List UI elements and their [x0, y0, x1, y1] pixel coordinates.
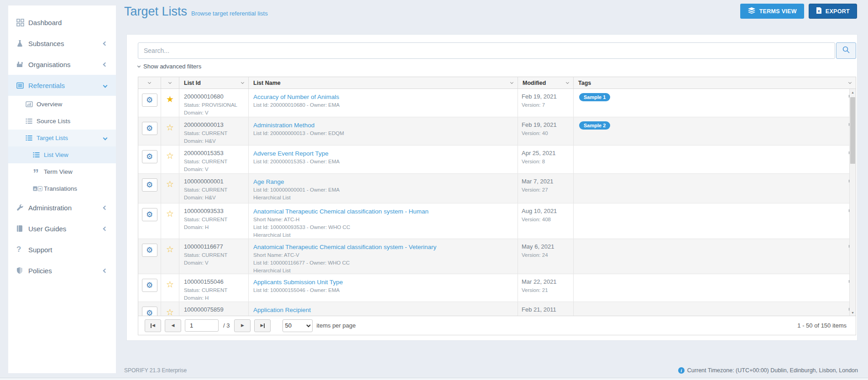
sidebar-item-support[interactable]: ?Support — [8, 239, 116, 260]
list-name-link[interactable]: Application Recipient — [253, 306, 311, 314]
row-settings-button[interactable]: ⚙ — [142, 208, 157, 221]
favorite-cell: ★ — [161, 89, 179, 117]
favorite-star-filled-icon[interactable]: ★ — [166, 95, 174, 104]
favorite-star-outline-icon[interactable]: ☆ — [166, 180, 174, 188]
gear-icon: ⚙ — [146, 125, 153, 132]
list-name-link[interactable]: Administration Method — [253, 121, 314, 129]
items-range-label: 1 - 50 of 150 items — [797, 322, 847, 329]
modified-date: May 6, 2021 — [522, 243, 573, 251]
scroll-down-button[interactable]: ▼ — [850, 309, 856, 316]
list-id-value: 100000116677 — [184, 243, 248, 251]
first-page-button[interactable]: ◀ — [145, 319, 161, 332]
excel-file-icon: x — [816, 7, 822, 16]
sidebar-item-translations[interactable]: A★Translations — [8, 180, 116, 197]
sidebar-item-user-guides[interactable]: User Guides — [8, 218, 116, 239]
list-id-cell: 100000093533Status: CURRENTDomain: H — [179, 203, 249, 239]
sidebar-item-term-view[interactable]: ”Term View — [8, 163, 116, 180]
sidebar-item-target-lists[interactable]: Target Lists — [8, 130, 116, 146]
list-name-link[interactable]: Anatomical Therapeutic Chemical classifi… — [253, 243, 436, 251]
sidebar-item-label: User Guides — [28, 225, 66, 233]
next-page-button[interactable]: ▶ — [234, 319, 251, 332]
sidebar-item-label: Administration — [28, 204, 72, 212]
column-header-label: List Name — [253, 80, 281, 86]
favorite-star-outline-icon[interactable]: ☆ — [166, 123, 174, 132]
list-id-cell: 100000116677Status: CURRENTDomain: V — [179, 239, 249, 274]
row-settings-button[interactable]: ⚙ — [142, 94, 157, 107]
svg-text:A: A — [34, 187, 37, 191]
sidebar-item-referentials[interactable]: Referentials — [8, 75, 116, 96]
referentials-icon — [16, 82, 28, 89]
row-actions-cell: ⚙ — [138, 239, 161, 274]
sidebar-item-substances[interactable]: Substances — [8, 33, 116, 54]
list-name-link[interactable]: Accuracy of Number of Animals — [253, 93, 339, 101]
layers-icon — [748, 7, 756, 16]
search-button[interactable] — [836, 42, 856, 59]
row-settings-button[interactable]: ⚙ — [142, 244, 157, 257]
page-number-input[interactable] — [185, 319, 219, 332]
show-advanced-filters-toggle[interactable]: Show advanced filters — [138, 63, 201, 70]
favorite-star-outline-icon[interactable]: ☆ — [166, 245, 174, 254]
list-id-value: 100000093533 — [184, 207, 248, 215]
row-settings-button[interactable]: ⚙ — [142, 307, 157, 316]
sidebar-item-dashboard[interactable]: Dashboard — [8, 12, 116, 33]
previous-page-button[interactable]: ◀ — [165, 319, 181, 332]
favorite-star-outline-icon[interactable]: ☆ — [166, 151, 174, 160]
gear-icon: ⚙ — [146, 153, 153, 161]
sidebar-item-overview[interactable]: Overview — [8, 96, 116, 113]
favorite-star-outline-icon[interactable]: ☆ — [166, 280, 174, 289]
search-input[interactable] — [138, 42, 835, 59]
column-header-tags[interactable]: Tags — [574, 77, 856, 88]
column-header-modified[interactable]: Modified — [518, 77, 574, 88]
list-name-subline: Hierarchical List — [253, 232, 518, 239]
version-label: Version: 27 — [522, 187, 573, 193]
first-page-icon: ◀ — [152, 323, 155, 328]
scrollbar-thumb[interactable] — [850, 97, 855, 164]
wrench-icon — [16, 204, 28, 211]
terms-view-button[interactable]: TERMS VIEW — [740, 4, 804, 19]
row-settings-button[interactable]: ⚙ — [142, 279, 157, 292]
list-id-subline: Status: CURRENT — [184, 315, 248, 316]
favorite-star-outline-icon[interactable]: ☆ — [166, 209, 174, 218]
table-row: ⚙☆100000000001Status: CURRENTDomain: H&V… — [138, 174, 856, 203]
book-icon — [16, 225, 28, 232]
modified-cell: Feb 19, 2021Version: 40 — [518, 117, 574, 145]
column-header-col1[interactable] — [161, 77, 179, 88]
svg-text:x: x — [818, 9, 820, 13]
sidebar-item-list-view[interactable]: List View — [8, 146, 116, 163]
version-label: Version: 7 — [522, 102, 573, 109]
column-dropdown-icon — [848, 81, 852, 84]
list-name-subline: List Id: 100000155046 - Owner: EMA — [253, 287, 518, 294]
list-id-subline: Status: CURRENT — [184, 216, 248, 223]
column-header-list-name[interactable]: List Name — [249, 77, 518, 88]
column-dropdown-icon — [148, 81, 151, 84]
timezone-label: Current Timezone: (UTC+00:00) Dublin, Ed… — [687, 367, 858, 374]
row-settings-button[interactable]: ⚙ — [142, 122, 157, 135]
list-name-cell: Anatomical Therapeutic Chemical classifi… — [249, 203, 518, 239]
list-name-link[interactable]: Adverse Event Report Type — [253, 150, 329, 157]
sidebar-item-policies[interactable]: Policies — [8, 260, 116, 281]
list-name-link[interactable]: Applicants Submission Unit Type — [253, 278, 343, 286]
sidebar-item-administration[interactable]: Administration — [8, 197, 116, 218]
version-label: Version: 2 — [522, 315, 573, 316]
gear-icon: ⚙ — [146, 96, 153, 104]
page-size-select[interactable]: 50 — [282, 319, 313, 332]
vertical-scrollbar: ▲ ▼ — [849, 89, 856, 316]
column-header-list-id[interactable]: List Id — [179, 77, 249, 88]
list-name-link[interactable]: Anatomical Therapeutic Chemical classifi… — [253, 208, 429, 215]
column-header-col0[interactable] — [138, 77, 161, 88]
list-id-value: 100000155046 — [184, 278, 248, 286]
favorite-cell: ☆ — [161, 203, 179, 239]
list-id-subline: Status: CURRENT — [184, 187, 248, 193]
last-page-button[interactable]: ▶ — [254, 319, 271, 332]
sidebar-item-source-lists[interactable]: Source Lists — [8, 113, 116, 130]
export-button[interactable]: x EXPORT — [809, 4, 857, 19]
list-name-link[interactable]: Age Range — [253, 178, 284, 186]
scroll-up-button[interactable]: ▲ — [850, 89, 856, 95]
favorite-star-outline-icon[interactable]: ☆ — [166, 308, 174, 316]
page-header: Target Lists Browse target referential l… — [124, 5, 268, 19]
row-settings-button[interactable]: ⚙ — [142, 178, 157, 192]
sidebar-item-organisations[interactable]: Organisations — [8, 54, 116, 75]
list-name-cell: Applicants Submission Unit TypeList Id: … — [249, 274, 518, 302]
row-settings-button[interactable]: ⚙ — [142, 150, 157, 163]
modified-date: Mar 7, 2021 — [522, 177, 573, 186]
